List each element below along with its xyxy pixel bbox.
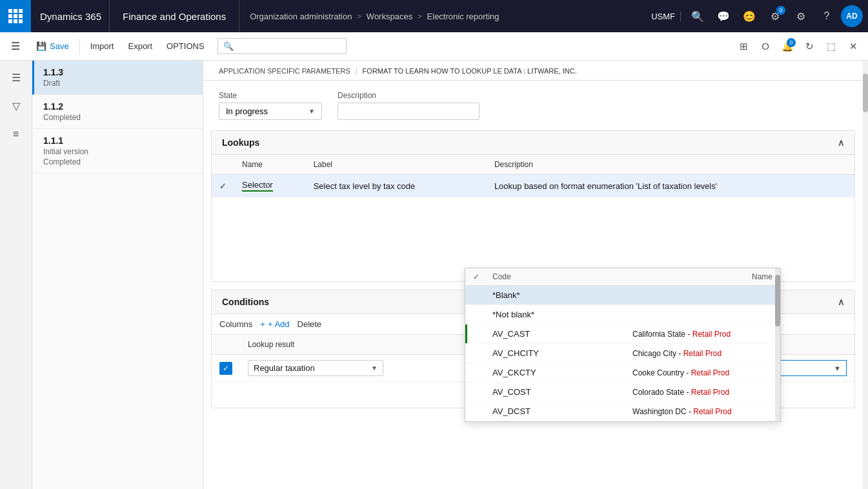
form-section: State In progress ▼ Description [203, 81, 863, 130]
options-button[interactable]: OPTIONS [160, 38, 211, 54]
breadcrumb-item-org-admin[interactable]: Organization administration [250, 12, 352, 21]
input-chevron-icon[interactable]: ▼ [834, 364, 841, 372]
list-icon[interactable]: ≡ [5, 123, 28, 146]
page-header-item2: FORMAT TO LEARN HOW TO LOOKUP LE DATA : … [363, 67, 577, 75]
form-row-state-desc: State In progress ▼ Description [219, 91, 847, 120]
import-button[interactable]: Import [84, 38, 121, 54]
cond-row-check: ✓ [212, 355, 240, 382]
dropdown-item-av-chcity[interactable]: AV_CHCITY Chicago City - Retail Prod [465, 344, 780, 363]
dropdown-item-av-cast[interactable]: AV_CAST California State - Retail Prod [465, 324, 780, 344]
toolbar-separator-1 [79, 39, 80, 54]
dropdown-item-av-ckcty[interactable]: AV_CKCTY Cooke Country - Retail Prod [465, 363, 780, 383]
main-scrollbar[interactable] [863, 61, 868, 489]
waffle-button[interactable] [0, 0, 31, 32]
lookups-col-label: Label [306, 155, 487, 175]
version-status-line2-3: Completed [43, 157, 194, 166]
version-status-2: Completed [43, 113, 194, 122]
dropdown-item-blank[interactable]: *Blank* [465, 286, 780, 305]
breadcrumb-item-workspaces[interactable]: Workspaces [367, 12, 412, 21]
chat-button[interactable]: 💬 [712, 5, 735, 28]
row-check: ✓ [212, 175, 234, 197]
dropdown-item-av-dcst[interactable]: AV_DCST Washington DC - Retail Prod [465, 402, 780, 421]
export-button[interactable]: Export [121, 38, 159, 54]
dropdown-code-av-cost: AV_COST [492, 387, 632, 397]
toolbar-search-input[interactable] [217, 38, 347, 54]
row-label: Select tax level by tax code [306, 175, 487, 197]
dropdown-code-av-ckcty: AV_CKCTY [492, 368, 632, 377]
delete-condition-button[interactable]: Delete [298, 319, 322, 329]
emoji-button[interactable]: 😊 [738, 5, 761, 28]
lookups-table: Name Label Description ✓ Selector Select… [212, 155, 854, 197]
page-header-item1: APPLICATION SPECIFIC PARAMETERS [219, 67, 350, 75]
filter-icon[interactable]: ▽ [5, 94, 28, 117]
dropdown-scrollbar-thumb [775, 275, 780, 326]
retail-prod-text: Retail Prod [693, 407, 731, 416]
close-button[interactable]: ✕ [843, 37, 863, 56]
state-label: State [219, 91, 322, 100]
help-button[interactable]: ? [815, 5, 838, 28]
lookups-section: Lookups ∧ Name Label Description ✓ [211, 130, 855, 282]
save-icon: 💾 [36, 41, 46, 51]
hamburger-menu-button[interactable]: ☰ [5, 36, 26, 57]
conditions-title: Conditions [222, 297, 269, 307]
scrollbar-thumb [863, 74, 868, 112]
version-item-1[interactable]: 1.1.3 Draft [32, 61, 203, 95]
nav-right-actions: USMF 🔍 💬 😊 ⚙ 0 ⚙ ? AD [646, 5, 868, 28]
lookups-collapse-button[interactable]: ∧ [838, 137, 844, 148]
add-label: + Add [268, 319, 290, 329]
version-number-1: 1.1.3 [43, 67, 194, 77]
result-dropdown[interactable]: Regular taxation ▼ [248, 360, 383, 376]
retail-prod-text: Retail Prod [691, 388, 729, 397]
state-select[interactable]: In progress ▼ [219, 103, 322, 120]
dropdown-scrollbar[interactable] [775, 268, 780, 421]
brand-dynamics365[interactable]: Dynamics 365 [31, 0, 110, 32]
sidebar-menu-icon[interactable]: ☰ [5, 66, 28, 89]
dropdown-name-av-dcst: Washington DC - Retail Prod [632, 407, 772, 416]
checkmark-icon: ✓ [219, 181, 227, 191]
open-in-new-icon[interactable]: ⬚ [822, 37, 841, 56]
dropdown-name-av-ckcty: Cooke Country - Retail Prod [632, 368, 772, 377]
dropdown-item-not-blank[interactable]: *Not blank* [465, 305, 780, 324]
add-condition-button[interactable]: + + Add [260, 319, 289, 329]
toolbar-right-icons: ⊞ O 🔔 0 ↻ ⬚ ✕ [734, 37, 863, 56]
dropdown-header: ✓ Code Name [465, 268, 780, 286]
cond-row-result: Regular taxation ▼ [240, 355, 467, 382]
row-description: Lookup based on format enumeration 'List… [487, 175, 854, 197]
bell-icon[interactable]: 🔔 0 [778, 37, 797, 56]
options-label: OPTIONS [167, 41, 205, 51]
dropdown-item-av-cost[interactable]: AV_COST Colorado State - Retail Prod [465, 383, 780, 402]
version-item-3[interactable]: 1.1.1 Initial version Completed [32, 129, 203, 174]
grid-view-icon[interactable]: ⊞ [734, 37, 753, 56]
lookups-section-header: Lookups ∧ [212, 131, 854, 155]
version-number-3: 1.1.1 [43, 135, 194, 146]
conditions-collapse-button[interactable]: ∧ [838, 297, 844, 307]
retail-prod-text: Retail Prod [692, 330, 731, 339]
cond-col-result: Lookup result [240, 335, 467, 355]
left-sidebar-icons: ☰ ▽ ≡ [0, 61, 32, 489]
office-icon[interactable]: O [756, 37, 775, 56]
version-item-2[interactable]: 1.1.2 Completed [32, 95, 203, 129]
notification-button[interactable]: ⚙ 0 [763, 5, 787, 28]
version-list: 1.1.3 Draft 1.1.2 Completed 1.1.1 Initia… [32, 61, 203, 489]
dropdown-code-blank: *Blank* [492, 290, 632, 300]
description-label: Description [338, 91, 479, 100]
settings-button[interactable]: ⚙ [789, 5, 812, 28]
save-label: Save [50, 41, 69, 51]
description-input[interactable] [338, 103, 479, 120]
dropdown-code-av-chcity: AV_CHCITY [492, 348, 632, 358]
save-button[interactable]: 💾 Save [30, 38, 76, 54]
brand-fno[interactable]: Finance and Operations [110, 0, 239, 32]
page-header: APPLICATION SPECIFIC PARAMETERS | FORMAT… [203, 61, 863, 81]
user-avatar[interactable]: AD [841, 5, 863, 27]
dropdown-name-col-header: Name [632, 272, 772, 281]
dropdown-name-av-cost: Colorado State - Retail Prod [632, 388, 772, 397]
search-nav-button[interactable]: 🔍 [686, 5, 709, 28]
refresh-icon[interactable]: ↻ [800, 37, 819, 56]
dropdown-name-av-cast: California State - Retail Prod [632, 330, 772, 339]
dropdown-check-col-header: ✓ [473, 272, 492, 281]
breadcrumb-item-electronic-reporting[interactable]: Electronic reporting [427, 12, 500, 21]
company-selector[interactable]: USMF [646, 12, 681, 21]
delete-label: Delete [298, 319, 322, 329]
table-row[interactable]: ✓ Selector Select tax level by tax code … [212, 175, 854, 197]
version-number-2: 1.1.2 [43, 101, 194, 112]
